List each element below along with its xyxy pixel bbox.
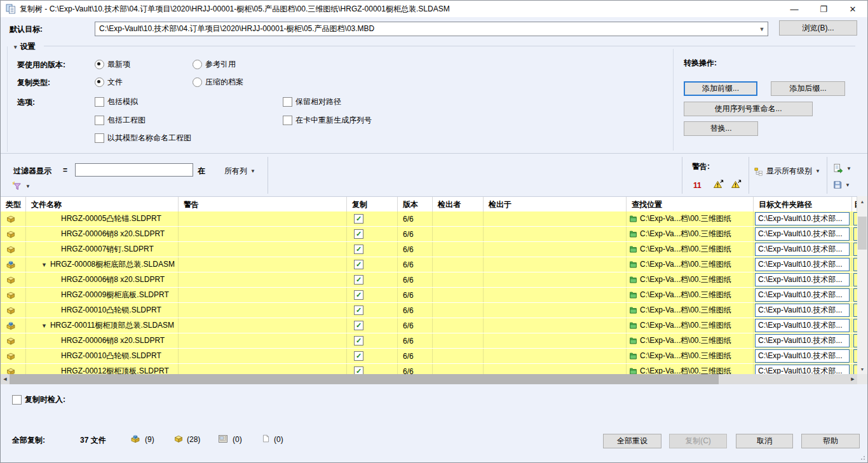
checkbox-icon[interactable] [95,97,104,107]
copy-cell[interactable]: ✓ [347,257,398,272]
checkbox-icon[interactable] [283,116,292,125]
copy-cell[interactable]: ✓ [347,303,398,318]
target-folder-cell[interactable]: C:\Exp-Vault\10.技术部... [754,288,852,302]
col-header-checked-out-by[interactable]: 检出者 [433,197,484,212]
target-folder-cell[interactable]: C:\Exp-Vault\10.技术部... [754,333,852,348]
target-name-cell[interactable] [852,318,857,333]
file-name-cell[interactable]: HRGZ-00006销8 x20.SLDPRT [26,333,179,348]
warning-icon[interactable] [731,179,742,189]
target-name-cell[interactable] [852,227,857,241]
target-folder-cell[interactable]: C:\Exp-Vault\10.技术部... [754,227,852,241]
col-header-copy[interactable]: 复制 [347,197,398,212]
table-row[interactable]: ▼HRGZ-00008橱柜底部总装.SLDASM✓6/6C:\Exp-Va...… [1,257,857,272]
reset-all-button[interactable]: 全部重设 [603,434,661,448]
file-name-cell[interactable]: HRGZ-00010凸轮锁.SLDPRT [26,349,179,363]
table-row[interactable]: HRGZ-00006销8 x20.SLDPRT✓6/6C:\Exp-Va...档… [1,333,857,348]
target-folder-cell[interactable]: C:\Exp-Vault\10.技术部... [754,364,852,374]
table-row[interactable]: HRGZ-00006销8 x20.SLDPRT✓6/6C:\Exp-Va...档… [1,272,857,287]
filter-operator[interactable]: = [63,166,67,175]
col-header-target-name[interactable]: 目 [852,197,857,212]
target-name-cell[interactable] [852,242,857,257]
minimize-button[interactable]: — [780,1,809,17]
target-name-cell[interactable] [852,272,857,287]
settings-group-header[interactable]: ▾设置 [14,41,36,52]
copy-checkbox[interactable]: ✓ [354,275,363,285]
col-header-checked-out-in[interactable]: 检出于 [484,197,627,212]
checkin-on-copy[interactable]: 复制时检入: [12,394,65,405]
target-folder-cell[interactable]: C:\Exp-Vault\10.技术部... [754,211,852,226]
target-folder-cell[interactable]: C:\Exp-Vault\10.技术部... [754,242,852,257]
radio-latest-version[interactable]: 最新项 [95,59,130,70]
target-folder-cell[interactable]: C:\Exp-Vault\10.技术部... [754,349,852,363]
checkbox-icon[interactable] [12,395,22,405]
checkbox-regenerate-serial[interactable]: 在卡中重新生成序列号 [283,115,372,126]
resize-grip[interactable] [858,453,865,460]
filter-input[interactable] [75,163,193,177]
target-folder-cell[interactable]: C:\Exp-Vault\10.技术部... [754,303,852,318]
target-name-cell[interactable] [852,257,857,272]
vertical-scrollbar[interactable]: ▲ ▼ [857,196,867,374]
expand-arrow-icon[interactable]: ▼ [41,262,47,268]
scroll-down-arrow[interactable]: ▼ [857,364,867,374]
copy-cell[interactable]: ✓ [347,318,398,333]
target-name-cell[interactable] [852,333,857,348]
table-row[interactable]: HRGZ-00005凸轮锚.SLDPRT✓6/6C:\Exp-Va...档\00… [1,211,857,226]
checkbox-preserve-relative-paths[interactable]: 保留相对路径 [283,97,341,107]
file-name-cell[interactable]: HRGZ-00005凸轮锚.SLDPRT [26,211,179,226]
checkbox-include-drawings[interactable]: 包括工程图 [95,115,146,126]
replace-button[interactable]: 替换... [684,121,758,136]
copy-checkbox[interactable]: ✓ [354,260,363,269]
rename-with-serial-button[interactable]: 使用序列号重命名... [684,102,813,116]
checkbox-name-drawings-after-model[interactable]: 以其模型名称命名工程图 [95,133,191,144]
add-suffix-button[interactable]: 添加后缀... [771,81,845,96]
show-levels-dropdown[interactable]: 显示所有级别 ▼ [754,166,820,177]
help-button[interactable]: 帮助 [801,434,860,448]
radio-icon[interactable] [95,77,104,87]
target-name-cell[interactable] [852,303,857,318]
target-folder-cell[interactable]: C:\Exp-Vault\10.技术部... [754,257,852,272]
file-name-cell[interactable]: HRGZ-00009橱柜底板.SLDPRT [26,288,179,302]
target-name-cell[interactable] [852,364,857,374]
target-folder-cell[interactable]: C:\Exp-Vault\10.技术部... [754,272,852,287]
table-row[interactable]: HRGZ-00010凸轮锁.SLDPRT✓6/6C:\Exp-Va...档\00… [1,303,857,318]
copy-cell[interactable]: ✓ [347,333,398,348]
checkbox-include-simulation[interactable]: 包括模拟 [95,97,138,107]
radio-files[interactable]: 文件 [95,77,123,88]
export-dropdown[interactable]: ▼ [833,163,851,173]
file-name-cell[interactable]: HRGZ-00006销8 x20.SLDPRT [26,227,179,241]
file-name-cell[interactable]: HRGZ-00006销8 x20.SLDPRT [26,272,179,287]
save-dropdown[interactable]: ▼ [833,180,850,189]
file-name-cell[interactable]: ▼HRGZ-00011橱柜顶部总装.SLDASM [26,318,179,333]
table-row[interactable]: HRGZ-00006销8 x20.SLDPRT✓6/6C:\Exp-Va...档… [1,227,857,241]
copy-cell[interactable]: ✓ [347,242,398,257]
scroll-left-arrow[interactable]: ◀ [1,374,10,384]
copy-cell[interactable]: ✓ [347,211,398,226]
copy-cell[interactable]: ✓ [347,227,398,241]
horizontal-scrollbar[interactable]: ◀ ▶ [1,374,857,384]
col-header-filename[interactable]: 文件名称 [26,197,179,212]
col-header-type[interactable]: 类型 [1,197,26,212]
copy-checkbox[interactable]: ✓ [354,229,363,239]
col-header-target-folder[interactable]: 目标文件夹路径 [754,197,852,212]
warning-icon[interactable] [714,179,724,189]
radio-compressed-archive[interactable]: 压缩的档案 [193,77,243,88]
close-button[interactable]: ✕ [838,1,867,17]
copy-cell[interactable]: ✓ [347,364,398,374]
file-name-cell[interactable]: ▼HRGZ-00008橱柜底部总装.SLDASM [26,257,179,272]
table-row[interactable]: HRGZ-00010凸轮锁.SLDPRT✓6/6C:\Exp-Va...档\00… [1,349,857,363]
browse-button[interactable]: 浏览(B)... [779,20,857,36]
target-name-cell[interactable] [852,349,857,363]
table-row[interactable]: ▼HRGZ-00011橱柜顶部总装.SLDASM✓6/6C:\Exp-Va...… [1,318,857,333]
file-name-cell[interactable]: HRGZ-00010凸轮锁.SLDPRT [26,303,179,318]
copy-checkbox[interactable]: ✓ [354,245,363,254]
copy-checkbox[interactable]: ✓ [354,305,363,315]
copy-button[interactable]: 复制(C) [669,434,727,448]
copy-checkbox[interactable]: ✓ [354,321,363,330]
checkbox-icon[interactable] [95,116,104,125]
vertical-scroll-thumb[interactable] [858,217,867,250]
file-name-cell[interactable]: HRGZ-00012橱柜顶板.SLDPRT [26,364,179,374]
copy-checkbox[interactable]: ✓ [354,336,363,346]
horizontal-scroll-thumb[interactable] [10,374,719,384]
radio-referenced[interactable]: 参考引用 [193,59,236,70]
chevron-down-icon[interactable]: ▼ [756,26,768,32]
